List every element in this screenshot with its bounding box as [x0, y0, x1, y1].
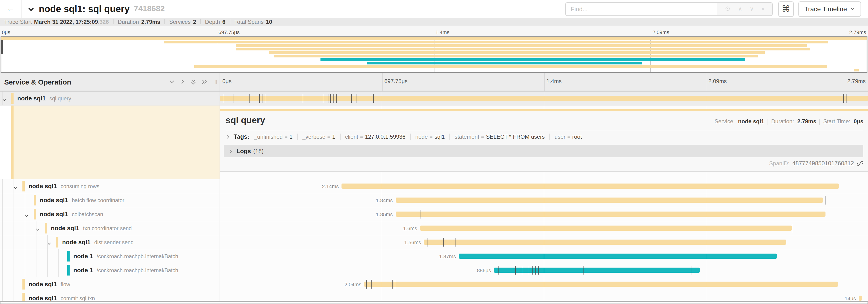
log-marker-tick: [395, 280, 395, 289]
find-prev-icon[interactable]: ∧: [738, 6, 742, 12]
timeline-tick-4: 2.79ms: [847, 78, 866, 85]
indent-guide: [13, 207, 14, 221]
tag-_verbose: _verbose=1: [302, 133, 335, 140]
span-duration-label: 886μs: [477, 263, 494, 277]
view-selector-label: Trace Timeline: [804, 5, 847, 12]
tags-section-toggle[interactable]: Tags: _unfinished=1_verbose=1client=127.…: [226, 130, 863, 143]
logs-section-toggle[interactable]: Logs (18): [224, 145, 863, 157]
duration-value: 2.79ms: [141, 19, 160, 25]
span-row-0[interactable]: node sql1sql query: [0, 92, 868, 105]
span-bar-cell[interactable]: 1.37ms: [220, 249, 868, 263]
indent-guide: [2, 292, 3, 302]
find-next-icon[interactable]: ∨: [750, 6, 754, 12]
log-marker-tick: [372, 280, 372, 289]
expander-chevron-icon[interactable]: [24, 211, 29, 220]
span-detail-panel: sql query Service: node sql1 Duration: 2…: [220, 109, 868, 172]
indent-guide: [13, 263, 14, 277]
span-bar-cell[interactable]: 1.85ms: [220, 207, 868, 221]
span-name-cell[interactable]: node sql1batch flow coordinator: [0, 193, 220, 207]
span-row-5[interactable]: node sql1dist sender send1.56ms: [0, 235, 868, 249]
span-bar-cell[interactable]: 14μs: [220, 292, 868, 302]
span-bar[interactable]: [396, 197, 823, 203]
expander-chevron-icon[interactable]: [13, 183, 18, 192]
span-bar[interactable]: [396, 211, 826, 217]
expander-chevron-icon[interactable]: [35, 226, 40, 234]
service-color-strip: [56, 237, 58, 247]
tag-separator: [549, 133, 550, 140]
span-name-cell[interactable]: node 1/cockroach.roachpb.Internal/Batch: [0, 263, 220, 277]
span-row-6[interactable]: node 1/cockroach.roachpb.Internal/Batch1…: [0, 249, 868, 263]
span-bar[interactable]: [220, 96, 868, 101]
log-marker-tick: [535, 266, 536, 275]
collapse-all-icon[interactable]: [191, 79, 196, 85]
span-bar-cell[interactable]: 886μs: [220, 263, 868, 277]
tag-separator: [297, 133, 298, 140]
span-bar-cell[interactable]: 2.04ms: [220, 277, 868, 291]
indent-guide: [13, 193, 14, 207]
span-bar-cell[interactable]: 1.56ms: [220, 235, 868, 249]
span-bar[interactable]: [424, 239, 786, 245]
trace-minimap[interactable]: [1, 36, 867, 73]
span-bar[interactable]: [364, 281, 838, 287]
back-button[interactable]: ←: [0, 0, 22, 18]
indent-guide: [2, 193, 3, 207]
span-bar[interactable]: [420, 225, 792, 231]
span-name-cell[interactable]: node sql1consuming rows: [0, 179, 220, 193]
locate-icon[interactable]: [724, 5, 731, 12]
log-marker-tick: [846, 94, 847, 103]
expand-all-icon[interactable]: [202, 79, 208, 85]
view-selector-button[interactable]: Trace Timeline: [798, 1, 861, 16]
service-color-strip: [23, 279, 25, 290]
keyboard-shortcuts-button[interactable]: ⌘: [778, 1, 794, 16]
service-name: node sql1: [40, 211, 68, 217]
find-clear-icon[interactable]: ×: [761, 6, 765, 12]
span-bar-cell[interactable]: 1.84ms: [220, 193, 868, 207]
service-color-strip: [67, 265, 70, 275]
service-name: node 1: [73, 267, 93, 274]
span-row-4[interactable]: node sql1txn coordinator send1.6ms: [0, 221, 868, 235]
expander-chevron-icon[interactable]: [47, 240, 52, 248]
service-name: node sql1: [51, 225, 79, 232]
span-row-2[interactable]: node sql1batch flow coordinator1.84ms: [0, 193, 868, 207]
indent-guide: [13, 292, 14, 302]
span-name-cell[interactable]: node sql1dist sender send: [0, 235, 220, 249]
span-row-9[interactable]: node sql1commit sql txn14μs: [0, 292, 868, 302]
span-name-cell[interactable]: node sql1flow: [0, 277, 220, 291]
span-bar[interactable]: [341, 183, 839, 189]
span-detail-title: sql query: [226, 115, 265, 126]
span-row-7[interactable]: node 1/cockroach.roachpb.Internal/Batch8…: [0, 263, 868, 277]
span-row-1[interactable]: node sql1consuming rows2.14ms: [0, 179, 868, 193]
span-bar-cell[interactable]: 1.6ms: [220, 221, 868, 235]
deep-link-icon[interactable]: [857, 160, 863, 167]
collapse-one-icon[interactable]: [169, 79, 175, 85]
span-bar[interactable]: [459, 253, 777, 259]
logs-count: (18): [253, 148, 264, 154]
span-name-cell[interactable]: node sql1txn coordinator send: [0, 221, 220, 235]
log-marker-tick: [303, 94, 303, 103]
trace-collapse-chevron-icon[interactable]: [28, 5, 35, 12]
span-bar-cell[interactable]: 2.14ms: [220, 179, 868, 193]
find-input[interactable]: [565, 3, 716, 15]
column-resize-grip[interactable]: ‖: [215, 79, 218, 85]
span-bar-cell[interactable]: [220, 92, 868, 105]
log-marker-tick: [323, 94, 323, 103]
span-detail-left-column: [0, 105, 220, 179]
span-name-cell[interactable]: node 1/cockroach.roachpb.Internal/Batch: [0, 249, 220, 263]
indent-guide: [2, 249, 3, 263]
expander-chevron-icon[interactable]: [2, 96, 6, 104]
span-bar[interactable]: [494, 267, 700, 273]
span-name-cell[interactable]: node sql1colbatchscan: [0, 207, 220, 221]
chevron-right-icon: [226, 134, 230, 139]
indent-guide: [36, 235, 36, 249]
minimap-tick-1: 697.75μs: [218, 29, 240, 35]
span-name-cell[interactable]: node sql1commit sql txn: [0, 292, 220, 302]
span-row-8[interactable]: node sql1flow2.04ms: [0, 277, 868, 292]
span-name-cell[interactable]: node sql1sql query: [0, 92, 220, 105]
indent-guide: [2, 179, 3, 193]
service-color-strip: [34, 195, 36, 205]
span-row-3[interactable]: node sql1colbatchscan1.85ms: [0, 207, 868, 221]
span-bar[interactable]: [859, 295, 862, 301]
expand-one-icon[interactable]: [180, 79, 185, 85]
span-rows: node sql1sql query sql query Service: no…: [0, 92, 868, 302]
minimap-span-bar: [367, 62, 642, 65]
